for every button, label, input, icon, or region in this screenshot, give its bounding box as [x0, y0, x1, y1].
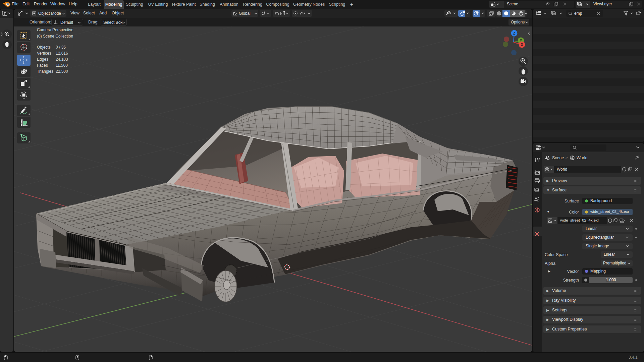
svg-text:11,560: 11,560	[56, 63, 68, 68]
svg-text:Camera Perspective: Camera Perspective	[37, 27, 73, 32]
svg-text:Vertices: Vertices	[37, 51, 51, 56]
svg-text:24,103: 24,103	[56, 57, 68, 62]
svg-text:12,616: 12,616	[56, 51, 68, 56]
svg-text:Triangles: Triangles	[37, 69, 53, 74]
svg-text:22,500: 22,500	[56, 69, 68, 74]
svg-text:Edges: Edges	[37, 57, 48, 62]
svg-text:0 / 35: 0 / 35	[56, 45, 66, 50]
svg-text:(0) Scene Collection: (0) Scene Collection	[37, 34, 73, 39]
svg-text:Z: Z	[513, 32, 515, 35]
svg-text:Objects: Objects	[37, 45, 51, 50]
svg-text:X: X	[521, 43, 523, 47]
svg-text:Faces: Faces	[37, 63, 48, 68]
